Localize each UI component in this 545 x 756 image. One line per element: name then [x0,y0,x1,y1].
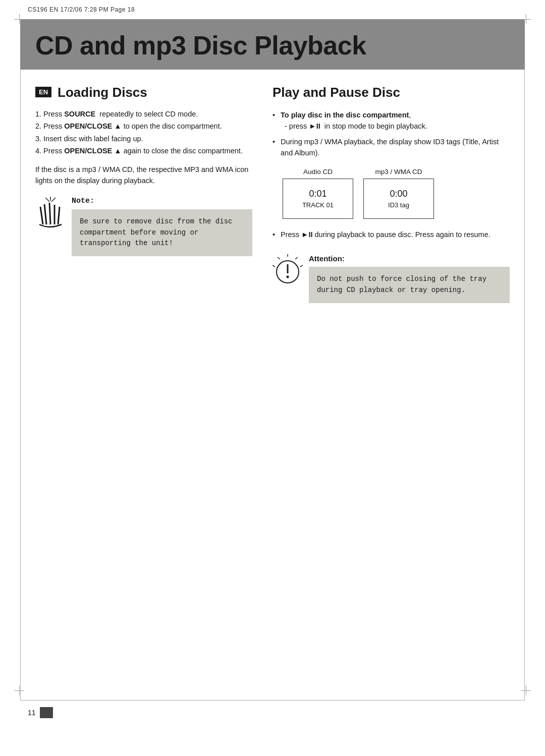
note-content: Note: Be sure to remove disc from the di… [72,197,252,256]
display-boxes-row: 0:01 TRACK 01 0:00 ID3 tag [272,179,510,219]
svg-line-5 [45,198,49,202]
mp3-cd-display: 0:00 ID3 tag [363,179,434,219]
en-badge: EN [35,87,51,97]
display-section: Audio CD mp3 / WMA CD 0:01 TRACK 01 0:00… [272,168,510,219]
play-pause-bullets: To play disc in the disc compartment, - … [272,109,510,159]
svg-line-0 [40,207,43,224]
left-column: EN Loading Discs 1. Press SOURCE repeate… [35,85,267,303]
bullet-3: Press ►II during playback to pause disc.… [272,229,510,240]
note-box: Note: Be sure to remove disc from the di… [35,197,252,256]
play-pause-title: Play and Pause Disc [272,85,510,100]
two-col-layout: EN Loading Discs 1. Press SOURCE repeate… [20,70,525,303]
svg-line-12 [272,265,275,267]
note-label: Note: [72,197,252,205]
bullet-2: During mp3 / WMA playback, the display s… [272,136,510,159]
audio-cd-time: 0:01 [309,189,326,199]
svg-line-4 [58,207,60,224]
svg-line-9 [295,257,298,259]
attention-text: Do not push to force closing of the tray… [309,267,510,303]
note-icon [35,197,66,234]
svg-line-11 [278,257,280,259]
audio-cd-track: TRACK 01 [302,201,334,209]
page-number-area: 11 [28,707,53,718]
svg-point-15 [287,276,289,278]
attention-icon [272,254,303,291]
page-title: CD and mp3 Disc Playback [35,30,510,61]
attention-label: Attention: [309,254,510,263]
pause-bullet-list: Press ►II during playback to pause disc.… [272,229,510,240]
attention-icon-svg [272,254,303,289]
mp3-cd-time: 0:00 [390,189,407,199]
step-2: 2. Press OPEN/CLOSE ▲ to open the disc c… [35,121,252,132]
step-4: 4. Press OPEN/CLOSE ▲ again to close the… [35,145,252,156]
attention-content: Attention: Do not push to force closing … [309,254,510,303]
header-meta: CS196 EN 17/2/06 7:28 PM Page 18 [28,6,135,13]
right-column: Play and Pause Disc To play disc in the … [267,85,510,303]
loading-discs-title: Loading Discs [58,85,147,100]
svg-line-10 [300,265,303,267]
loading-steps-list: 1. Press SOURCE repeatedly to select CD … [35,108,252,157]
loading-discs-header: EN Loading Discs [35,85,252,100]
svg-line-1 [44,204,46,224]
step-1: 1. Press SOURCE repeatedly to select CD … [35,108,252,120]
page-num-text: 11 [28,709,36,717]
attention-box: Attention: Do not push to force closing … [272,254,510,303]
page-num-box [40,707,53,718]
audio-cd-label: Audio CD [283,168,353,176]
audio-cd-display: 0:01 TRACK 01 [283,179,353,219]
title-bar: CD and mp3 Disc Playback [20,19,525,70]
mp3-cd-label: mp3 / WMA CD [363,168,434,176]
svg-line-7 [51,198,56,202]
display-labels-row: Audio CD mp3 / WMA CD [272,168,510,176]
note-icon-svg [35,197,66,232]
step-3: 3. Insert disc with label facing up. [35,133,252,144]
note-text: Be sure to remove disc from the disc com… [72,209,252,256]
loading-paragraph: If the disc is a mp3 / WMA CD, the respe… [35,164,252,187]
content-area: CD and mp3 Disc Playback EN Loading Disc… [20,19,525,701]
svg-line-2 [49,203,50,224]
bullet-1: To play disc in the disc compartment, - … [272,109,510,132]
mp3-cd-track: ID3 tag [388,201,409,209]
